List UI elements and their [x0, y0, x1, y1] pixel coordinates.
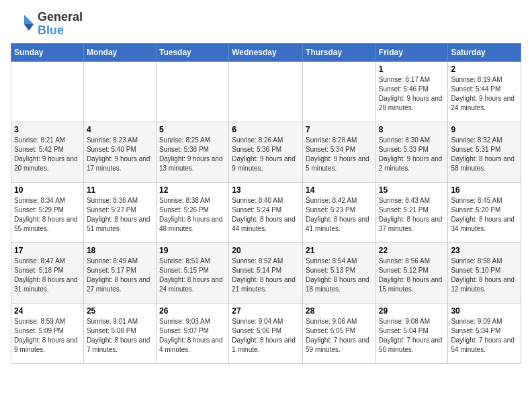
day-number: 16 [451, 185, 518, 195]
day-number: 29 [379, 306, 445, 316]
calendar-cell: 5Sunrise: 8:25 AM Sunset: 5:38 PM Daylig… [156, 122, 228, 182]
calendar-cell: 29Sunrise: 9:08 AM Sunset: 5:04 PM Dayli… [375, 303, 448, 363]
calendar-cell: 10Sunrise: 8:34 AM Sunset: 5:29 PM Dayli… [11, 182, 84, 242]
day-number: 15 [379, 185, 445, 195]
calendar-header-friday: Friday [375, 43, 448, 61]
calendar-header-thursday: Thursday [303, 43, 376, 61]
day-info: Sunrise: 8:32 AM Sunset: 5:31 PM Dayligh… [451, 136, 518, 173]
calendar-cell: 21Sunrise: 8:54 AM Sunset: 5:13 PM Dayli… [303, 242, 376, 303]
calendar-cell: 3Sunrise: 8:21 AM Sunset: 5:42 PM Daylig… [11, 122, 84, 182]
day-number: 10 [14, 185, 81, 195]
day-number: 4 [87, 125, 153, 134]
day-info: Sunrise: 8:40 AM Sunset: 5:24 PM Dayligh… [232, 196, 300, 234]
calendar-cell: 19Sunrise: 8:51 AM Sunset: 5:15 PM Dayli… [156, 242, 228, 303]
day-info: Sunrise: 9:08 AM Sunset: 5:04 PM Dayligh… [379, 317, 445, 355]
calendar-cell: 20Sunrise: 8:52 AM Sunset: 5:14 PM Dayli… [229, 242, 303, 303]
day-info: Sunrise: 9:06 AM Sunset: 5:05 PM Dayligh… [306, 317, 373, 355]
day-number: 26 [159, 306, 226, 316]
day-number: 13 [232, 185, 300, 195]
day-number: 30 [451, 306, 518, 316]
calendar-cell: 26Sunrise: 9:03 AM Sunset: 5:07 PM Dayli… [156, 303, 228, 363]
day-info: Sunrise: 8:26 AM Sunset: 5:36 PM Dayligh… [232, 136, 300, 173]
day-number: 14 [306, 185, 373, 195]
calendar-cell: 7Sunrise: 8:28 AM Sunset: 5:34 PM Daylig… [303, 122, 376, 182]
day-info: Sunrise: 8:34 AM Sunset: 5:29 PM Dayligh… [14, 196, 81, 234]
day-number: 24 [14, 306, 81, 316]
day-number: 22 [379, 246, 445, 255]
day-info: Sunrise: 8:38 AM Sunset: 5:26 PM Dayligh… [159, 196, 226, 234]
day-number: 20 [232, 246, 300, 255]
calendar-cell: 12Sunrise: 8:38 AM Sunset: 5:26 PM Dayli… [156, 182, 228, 242]
calendar-cell: 16Sunrise: 8:45 AM Sunset: 5:20 PM Dayli… [448, 182, 521, 242]
day-number: 11 [87, 185, 153, 195]
day-info: Sunrise: 8:17 AM Sunset: 5:46 PM Dayligh… [379, 75, 445, 113]
calendar-week-row: 17Sunrise: 8:47 AM Sunset: 5:18 PM Dayli… [11, 242, 521, 303]
calendar-cell: 17Sunrise: 8:47 AM Sunset: 5:18 PM Dayli… [11, 242, 84, 303]
day-info: Sunrise: 8:54 AM Sunset: 5:13 PM Dayligh… [306, 257, 373, 294]
calendar-cell: 15Sunrise: 8:43 AM Sunset: 5:21 PM Dayli… [375, 182, 448, 242]
calendar-week-row: 24Sunrise: 8:59 AM Sunset: 5:09 PM Dayli… [11, 303, 521, 363]
calendar-header-tuesday: Tuesday [156, 43, 228, 61]
day-number: 1 [379, 64, 445, 74]
day-number: 25 [87, 306, 153, 316]
logo-icon [11, 12, 35, 36]
calendar-cell: 28Sunrise: 9:06 AM Sunset: 5:05 PM Dayli… [303, 303, 376, 363]
calendar-header-wednesday: Wednesday [229, 43, 303, 61]
calendar-cell [83, 61, 156, 122]
logo: GeneralBlue [11, 11, 83, 38]
day-info: Sunrise: 8:59 AM Sunset: 5:09 PM Dayligh… [14, 317, 81, 355]
day-info: Sunrise: 9:01 AM Sunset: 5:08 PM Dayligh… [87, 317, 153, 355]
day-info: Sunrise: 8:28 AM Sunset: 5:34 PM Dayligh… [306, 136, 373, 173]
calendar-cell: 2Sunrise: 8:19 AM Sunset: 5:44 PM Daylig… [448, 61, 521, 122]
logo-text: GeneralBlue [38, 11, 83, 38]
day-info: Sunrise: 8:30 AM Sunset: 5:33 PM Dayligh… [379, 136, 445, 173]
day-number: 7 [306, 125, 373, 134]
day-number: 28 [306, 306, 373, 316]
day-info: Sunrise: 9:03 AM Sunset: 5:07 PM Dayligh… [159, 317, 226, 355]
calendar-cell: 22Sunrise: 8:56 AM Sunset: 5:12 PM Dayli… [375, 242, 448, 303]
calendar-cell: 1Sunrise: 8:17 AM Sunset: 5:46 PM Daylig… [375, 61, 448, 122]
calendar-cell: 23Sunrise: 8:58 AM Sunset: 5:10 PM Dayli… [448, 242, 521, 303]
calendar-week-row: 1Sunrise: 8:17 AM Sunset: 5:46 PM Daylig… [11, 61, 521, 122]
calendar-week-row: 3Sunrise: 8:21 AM Sunset: 5:42 PM Daylig… [11, 122, 521, 182]
day-number: 6 [232, 125, 300, 134]
calendar-cell: 4Sunrise: 8:23 AM Sunset: 5:40 PM Daylig… [83, 122, 156, 182]
calendar-cell [229, 61, 303, 122]
calendar-cell: 30Sunrise: 9:09 AM Sunset: 5:04 PM Dayli… [448, 303, 521, 363]
calendar-cell: 6Sunrise: 8:26 AM Sunset: 5:36 PM Daylig… [229, 122, 303, 182]
day-number: 3 [14, 125, 81, 134]
day-info: Sunrise: 8:36 AM Sunset: 5:27 PM Dayligh… [87, 196, 153, 234]
day-number: 8 [379, 125, 445, 134]
calendar-cell: 9Sunrise: 8:32 AM Sunset: 5:31 PM Daylig… [448, 122, 521, 182]
page-header: GeneralBlue [11, 11, 521, 38]
calendar-cell: 13Sunrise: 8:40 AM Sunset: 5:24 PM Dayli… [229, 182, 303, 242]
calendar-cell: 27Sunrise: 9:04 AM Sunset: 5:06 PM Dayli… [229, 303, 303, 363]
day-info: Sunrise: 8:51 AM Sunset: 5:15 PM Dayligh… [159, 257, 226, 294]
day-number: 17 [14, 246, 81, 255]
svg-marker-1 [24, 24, 34, 31]
day-number: 5 [159, 125, 226, 134]
day-info: Sunrise: 8:45 AM Sunset: 5:20 PM Dayligh… [451, 196, 518, 234]
calendar-week-row: 10Sunrise: 8:34 AM Sunset: 5:29 PM Dayli… [11, 182, 521, 242]
day-info: Sunrise: 8:56 AM Sunset: 5:12 PM Dayligh… [379, 257, 445, 294]
day-info: Sunrise: 8:25 AM Sunset: 5:38 PM Dayligh… [159, 136, 226, 173]
svg-marker-0 [24, 15, 34, 24]
day-info: Sunrise: 8:42 AM Sunset: 5:23 PM Dayligh… [306, 196, 373, 234]
calendar-cell: 18Sunrise: 8:49 AM Sunset: 5:17 PM Dayli… [83, 242, 156, 303]
day-info: Sunrise: 8:47 AM Sunset: 5:18 PM Dayligh… [14, 257, 81, 294]
calendar-cell [303, 61, 376, 122]
day-number: 27 [232, 306, 300, 316]
calendar-cell: 25Sunrise: 9:01 AM Sunset: 5:08 PM Dayli… [83, 303, 156, 363]
day-info: Sunrise: 9:04 AM Sunset: 5:06 PM Dayligh… [232, 317, 300, 355]
calendar-header-row: SundayMondayTuesdayWednesdayThursdayFrid… [11, 43, 521, 61]
day-number: 19 [159, 246, 226, 255]
day-info: Sunrise: 8:23 AM Sunset: 5:40 PM Dayligh… [87, 136, 153, 173]
day-info: Sunrise: 8:43 AM Sunset: 5:21 PM Dayligh… [379, 196, 445, 234]
day-number: 2 [451, 64, 518, 74]
day-number: 21 [306, 246, 373, 255]
day-number: 12 [159, 185, 226, 195]
calendar-header-saturday: Saturday [448, 43, 521, 61]
calendar-cell: 14Sunrise: 8:42 AM Sunset: 5:23 PM Dayli… [303, 182, 376, 242]
calendar-cell [156, 61, 228, 122]
day-number: 23 [451, 246, 518, 255]
